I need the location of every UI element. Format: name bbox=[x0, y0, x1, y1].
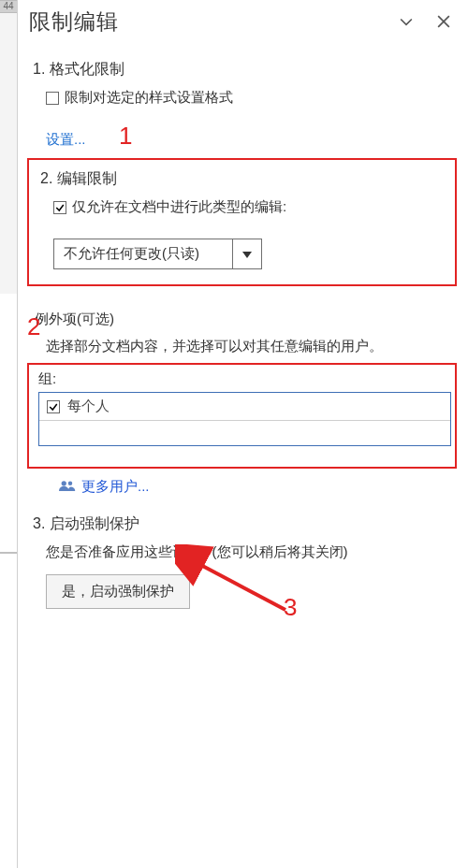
ruler-mark: 44 bbox=[0, 0, 17, 13]
restrict-editing-panel: 限制编辑 1. 格式化限制 限制对选定的样式设置格式 设置... 2. 编辑限制 bbox=[17, 0, 468, 868]
triangle-down-icon bbox=[241, 249, 253, 260]
svg-point-4 bbox=[68, 482, 73, 486]
svg-marker-2 bbox=[242, 252, 252, 258]
groups-label: 组: bbox=[38, 370, 451, 388]
group-item-empty bbox=[39, 421, 450, 445]
section-1-head: 1. 格式化限制 bbox=[33, 60, 455, 80]
panel-title: 限制编辑 bbox=[29, 7, 388, 36]
close-icon bbox=[434, 12, 453, 31]
callout-box-section2: 2. 编辑限制 仅允许在文档中进行此类型的编辑: 不允许任何更改(只读) bbox=[27, 158, 457, 286]
section-3-desc: 您是否准备应用这些设置? (您可以稍后将其关闭) bbox=[46, 543, 455, 561]
more-users-label: 更多用户... bbox=[81, 478, 150, 496]
chevron-down-icon bbox=[397, 12, 416, 31]
panel-titlebar: 限制编辑 bbox=[18, 0, 468, 43]
formatting-settings-link[interactable]: 设置... bbox=[46, 131, 86, 149]
background-ruler-sliver: 44 bbox=[0, 0, 17, 868]
exceptions-head: 例外项(可选) bbox=[35, 311, 455, 328]
editing-restrict-checkbox[interactable] bbox=[53, 201, 66, 214]
start-enforcement-button[interactable]: 是，启动强制保护 bbox=[46, 574, 190, 609]
editing-type-dropdown[interactable]: 不允许任何更改(只读) bbox=[53, 239, 262, 269]
groups-listbox[interactable]: 每个人 bbox=[38, 392, 451, 446]
users-icon bbox=[59, 479, 76, 495]
callout-box-groups: 组: 每个人 bbox=[27, 363, 457, 469]
more-users-link[interactable]: 更多用户... bbox=[59, 478, 455, 496]
exceptions-desc: 选择部分文档内容，并选择可以对其任意编辑的用户。 bbox=[46, 338, 455, 355]
collapse-button[interactable] bbox=[388, 3, 425, 40]
svg-point-3 bbox=[62, 481, 66, 485]
formatting-restrict-label: 限制对选定的样式设置格式 bbox=[65, 89, 233, 107]
group-everyone-checkbox[interactable] bbox=[47, 400, 60, 413]
formatting-restrict-checkbox[interactable] bbox=[46, 92, 59, 105]
section-3-head: 3. 启动强制保护 bbox=[33, 514, 455, 534]
group-item-everyone[interactable]: 每个人 bbox=[39, 393, 450, 421]
dropdown-toggle[interactable] bbox=[232, 239, 261, 268]
formatting-restrict-row[interactable]: 限制对选定的样式设置格式 bbox=[46, 89, 455, 107]
editing-restrict-label: 仅允许在文档中进行此类型的编辑: bbox=[72, 198, 286, 216]
group-everyone-label: 每个人 bbox=[67, 398, 110, 415]
editing-restrict-row[interactable]: 仅允许在文档中进行此类型的编辑: bbox=[53, 198, 444, 216]
close-button[interactable] bbox=[425, 3, 462, 40]
editing-type-selected: 不允许任何更改(只读) bbox=[54, 239, 232, 268]
section-2-head: 2. 编辑限制 bbox=[40, 169, 444, 189]
